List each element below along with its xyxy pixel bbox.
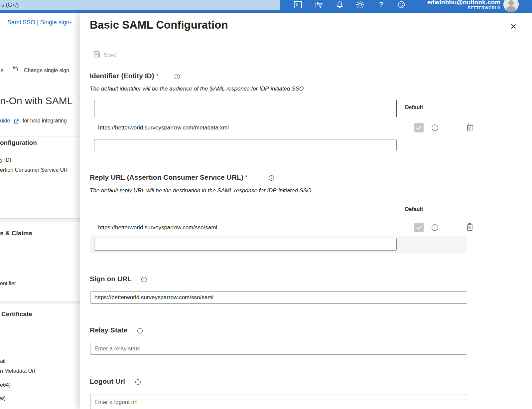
card-gap <box>0 301 80 304</box>
sign-on-url-input-field[interactable] <box>90 292 467 304</box>
metadata-url-fragment: n Metadata Url <box>0 368 35 374</box>
account-tenant: BETTERWORLD <box>401 6 500 10</box>
identifier-row-url: https://betterworld.surveysparrow.com/me… <box>98 124 229 131</box>
acs-label-fragment: ertion Consumer Service UR <box>0 167 68 173</box>
info-icon[interactable] <box>135 379 141 385</box>
commandbar-fragment: e <box>1 68 4 74</box>
relay-state-input[interactable] <box>90 343 467 355</box>
change-sso-mode-button[interactable]: Change single sign <box>24 68 69 74</box>
info-icon[interactable] <box>174 74 180 80</box>
reply-url-description: The default reply URL will be the destin… <box>90 187 312 194</box>
commandbar-divider <box>0 80 80 80</box>
sign-on-url-input[interactable] <box>90 292 467 304</box>
info-icon[interactable] <box>268 175 274 181</box>
relay-state-input-field[interactable] <box>90 343 467 355</box>
guide-text-fragment: for help integrating <box>23 118 67 124</box>
identifier-new-input-field[interactable] <box>94 100 396 117</box>
default-column-header: Default <box>405 206 423 212</box>
certificate-base64-fragment: e64) <box>0 382 11 388</box>
external-link-icon <box>13 118 19 126</box>
background-page: › Saml SSO | Single sign- e Change singl… <box>0 13 80 409</box>
logout-url-input-field[interactable] <box>90 394 467 409</box>
identifier-description: The default identifier will be the audie… <box>90 86 304 92</box>
identifier-label-fragment: entifier <box>0 281 16 287</box>
certificate-raw-fragment: w) <box>0 395 6 401</box>
card-top-divider <box>0 136 80 136</box>
info-icon[interactable] <box>431 124 439 131</box>
search-input[interactable]: s (G+/) <box>0 0 280 10</box>
row-divider <box>90 218 476 218</box>
directory-filter-icon[interactable] <box>314 0 323 9</box>
certificate-card-title-fragment: Certificate <box>1 310 32 318</box>
required-asterisk: * <box>245 174 248 181</box>
sign-on-url-label: Sign on URL <box>90 275 132 283</box>
identifier-extra-input[interactable] <box>94 139 397 151</box>
info-icon[interactable] <box>137 328 143 334</box>
reply-extra-input-field[interactable] <box>94 238 397 251</box>
delete-trash-icon[interactable] <box>466 123 473 132</box>
basic-saml-configuration-panel: Basic SAML Configuration ✕ Save Identifi… <box>80 13 532 409</box>
info-icon[interactable] <box>431 224 439 231</box>
logout-url-input[interactable] <box>90 394 467 409</box>
save-label: Save <box>104 52 117 58</box>
card-gap <box>0 218 80 222</box>
panel-title: Basic SAML Configuration <box>90 19 228 31</box>
identifier-section-label: Identifier (Entity ID) * <box>90 72 159 80</box>
reply-extra-input[interactable] <box>94 238 397 251</box>
default-column-header: Default <box>405 104 423 110</box>
account-avatar[interactable] <box>503 0 519 12</box>
screenshot-root: s (G+/) <box>0 0 532 409</box>
basic-config-card-title-fragment: onfiguration <box>0 139 37 146</box>
relay-state-label: Relay State <box>90 326 127 334</box>
cloud-shell-icon[interactable] <box>293 0 303 9</box>
breadcrumb-saml-sso-link[interactable]: Saml SSO | Single sign- <box>7 19 71 26</box>
delete-trash-icon[interactable] <box>466 223 473 231</box>
guide-link-fragment[interactable]: uide <box>0 118 10 124</box>
close-icon[interactable]: ✕ <box>508 21 519 32</box>
identifier-new-input[interactable] <box>94 100 397 117</box>
claims-card-title-fragment: s & Claims <box>0 230 32 237</box>
sso-saml-heading-fragment: n-On with SAML <box>0 95 72 106</box>
azure-top-bar: s (G+/) <box>0 0 532 13</box>
reply-url-section-label: Reply URL (Assertion Consumer Service UR… <box>90 173 248 181</box>
identifier-extra-input-field[interactable] <box>94 139 397 151</box>
undo-arrow-icon[interactable] <box>11 66 19 75</box>
reply-default-checkbox[interactable] <box>414 223 424 232</box>
identifier-default-checkbox[interactable] <box>414 123 424 132</box>
row-divider <box>90 136 476 136</box>
reply-row-url: https://betterworld.surveysparrow.com/ss… <box>98 224 217 231</box>
info-icon[interactable] <box>141 277 147 283</box>
account-email[interactable]: edwinbbu@outlook.com <box>361 0 500 6</box>
notification-email-fragment: ail <box>0 358 5 364</box>
required-asterisk: * <box>156 73 159 80</box>
entity-id-label-fragment: y ID) <box>0 157 11 163</box>
save-floppy-icon <box>93 51 100 59</box>
row-divider <box>90 119 476 119</box>
toolbar-divider <box>90 66 521 66</box>
save-button[interactable]: Save <box>93 51 117 59</box>
notifications-bell-icon[interactable] <box>335 0 344 9</box>
logout-url-label: Logout Url <box>90 377 125 385</box>
